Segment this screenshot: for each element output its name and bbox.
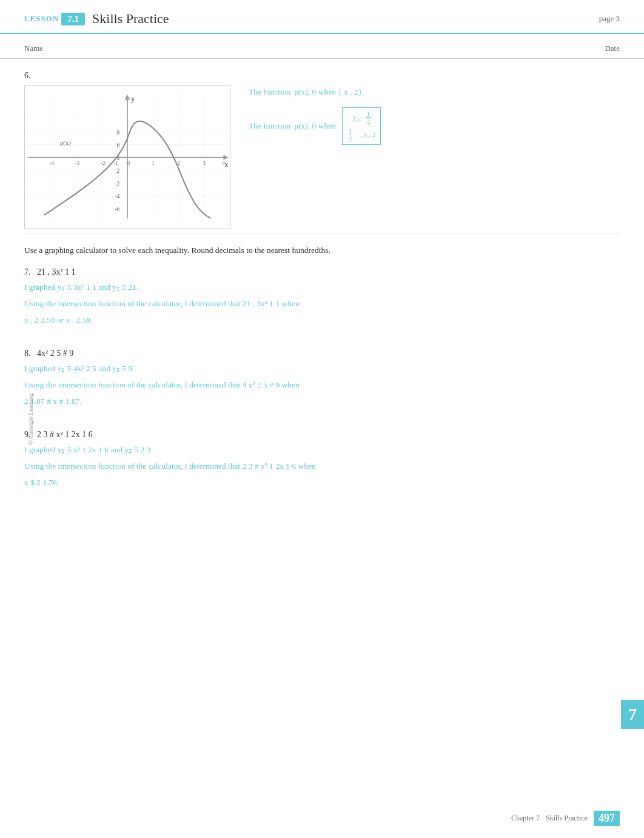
copyright-label: © Carnegie Learning: [27, 394, 34, 445]
problem-9-block: 9. 2 3 # x³ 1 2x 1 6 I graphed y₁ 5 x³ 1…: [24, 430, 620, 490]
date-label: Date: [605, 44, 620, 53]
svg-text:-4: -4: [50, 160, 55, 166]
main-content: 6.: [0, 59, 644, 523]
frac-num-1: 1: [366, 110, 372, 118]
svg-text:p(x): p(x): [60, 139, 71, 147]
problem-9-line3: x $ 2 1.76.: [24, 476, 620, 490]
frac-den-2: 2: [366, 118, 372, 125]
lesson-number: 7.1: [61, 13, 85, 25]
page-number: page 3: [599, 14, 620, 24]
function-line-1: The function p(x), 0 when { x . 2}.: [249, 83, 620, 101]
section-divider: [24, 233, 620, 233]
svg-text:x: x: [225, 161, 229, 169]
problem-9-line1: I graphed y₁ 5 x³ 1 2x 1 6 and y₂ 5 2 3.: [24, 443, 620, 457]
frac-num-1b: 1: [347, 127, 354, 135]
problem-8-header: 8. 4x² 2 5 # 9: [24, 349, 620, 358]
graph-svg: y x 8 6 4 2 -2 -4 -6 -4 -3 -2 -1 0 1 2 3…: [24, 85, 230, 229]
chapter-side-tab: 7: [621, 700, 644, 729]
problem-8-equation: 4x² 2 5 # 9: [37, 349, 73, 358]
frac-num-x: x ,: [352, 113, 361, 121]
problem-8-line2: Using the intersection function of the c…: [24, 378, 620, 392]
footer-page-num: 497: [594, 811, 620, 826]
page-title: Skills Practice: [92, 11, 599, 27]
footer-inner: Chapter 7 Skills Practice 497: [511, 811, 620, 826]
function-text-1: The function: [249, 83, 290, 101]
problem-6-number: 6.: [24, 71, 230, 81]
svg-text:-2: -2: [101, 160, 105, 166]
problem-8-line3: 2 1.87 # x # 1.87.: [24, 395, 620, 409]
svg-text:-6: -6: [115, 206, 119, 212]
problem-7-number: 7.: [24, 267, 31, 277]
frac-x-label: , x , 2: [360, 131, 375, 138]
problem-7-line3: x , 2 2.58 or x . 2.58.: [24, 313, 620, 327]
footer: Chapter 7 Skills Practice 497: [511, 811, 620, 826]
svg-text:8: 8: [117, 130, 120, 136]
svg-marker-16: [125, 95, 130, 99]
problem-7-equation: 21 , 3x² 1 1: [37, 267, 76, 277]
fraction-box: x , 1 2 1 2 , x , 2: [342, 107, 381, 145]
svg-text:1: 1: [152, 160, 154, 166]
footer-chapter: Chapter 7: [511, 814, 540, 823]
svg-text:-2: -2: [115, 181, 119, 187]
problem-9-equation: 2 3 # x³ 1 2x 1 6: [37, 430, 93, 439]
frac-row-2: 1 2 , x , 2: [347, 127, 375, 142]
footer-skills: Skills Practice: [546, 814, 588, 823]
frac-den-2b: 2: [347, 135, 354, 142]
svg-text:-3: -3: [75, 160, 79, 166]
function-detail-2: p(x). 0 when: [294, 117, 336, 135]
svg-text:6: 6: [117, 142, 120, 149]
page-header: LESSON 7.1 Skills Practice page 3: [0, 0, 644, 34]
problem-9-header: 9. 2 3 # x³ 1 2x 1 6: [24, 430, 620, 440]
frac-item-half2: 1 2: [347, 127, 354, 142]
problem-7-block: 7. 21 , 3x² 1 1 I graphed y₁ 5 3x² 1 1 a…: [24, 267, 620, 327]
svg-text:0: 0: [127, 160, 130, 166]
frac-item-half: 1 2: [366, 110, 372, 125]
problem-7-line1: I graphed y₁ 5 3x² 1 1 and y₂ 5 21.: [24, 281, 620, 295]
function-text-2: The function: [249, 117, 290, 135]
frac-row: x , 1 2: [352, 110, 372, 125]
svg-text:2: 2: [117, 168, 120, 174]
right-content: The function p(x), 0 when { x . 2}. The …: [249, 71, 620, 215]
svg-text:3: 3: [203, 160, 206, 166]
name-label: Name: [24, 44, 43, 53]
lesson-label: LESSON: [24, 14, 59, 24]
function-line-2: The function p(x). 0 when x , 1 2: [249, 107, 620, 145]
svg-text:-4: -4: [115, 193, 119, 199]
svg-marker-17: [223, 155, 228, 159]
problem-8-block: 8. 4x² 2 5 # 9 I graphed y₁ 5 4x² 2 5 an…: [24, 349, 620, 409]
problem-7-header: 7. 21 , 3x² 1 1: [24, 267, 620, 277]
problem-8-number: 8.: [24, 349, 31, 358]
problem-9-line2: Using the intersection function of the c…: [24, 460, 620, 474]
svg-text:y: y: [131, 95, 135, 103]
instructions-text: Use a graphing calculator to solve each …: [24, 246, 620, 255]
problem-6-container: 6.: [24, 71, 620, 215]
name-date-row: Name Date: [0, 34, 644, 59]
function-detail-1: p(x), 0 when { x . 2}.: [294, 83, 364, 101]
problem-7-line2: Using the intersection function of the c…: [24, 297, 620, 311]
frac-item-x: x ,: [352, 113, 361, 121]
graph-area: 6.: [24, 71, 230, 215]
problem-8-line1: I graphed y₁ 5 4x² 2 5 and y₂ 5 9.: [24, 362, 620, 376]
